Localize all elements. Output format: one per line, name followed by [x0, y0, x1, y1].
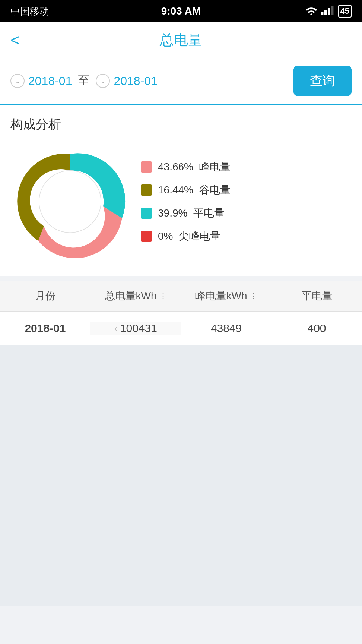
legend-item-sharp-peak: 0% 尖峰电量: [141, 229, 352, 243]
legend-item-flat: 39.9% 平电量: [141, 206, 352, 220]
page-title: 总电量: [160, 31, 202, 50]
table-header: 月份 总电量kWh ⋮ 峰电量kWh ⋮ 平电量: [0, 281, 362, 312]
table-row: 2018-01 ‹ 100431 43849 400: [0, 312, 362, 345]
date-filter-bar: ⌄ 2018-01 至 ⌄ 2018-01 查询: [0, 58, 362, 105]
legend-color-valley: [141, 184, 152, 196]
dots-icon-peak[interactable]: ⋮: [250, 291, 258, 301]
col-header-peak: 峰电量kWh ⋮: [181, 289, 272, 303]
chart-section: 构成分析: [0, 105, 362, 276]
svg-point-0: [310, 13, 312, 15]
cell-month: 2018-01: [0, 322, 90, 335]
legend-text-valley: 16.44% 谷电量: [158, 183, 231, 197]
cell-total: ‹ 100431: [90, 322, 181, 335]
legend-item-peak: 43.66% 峰电量: [141, 160, 352, 174]
col-header-flat: 平电量: [272, 289, 362, 303]
from-date-value[interactable]: 2018-01: [28, 74, 72, 88]
svg-rect-4: [331, 6, 333, 15]
svg-rect-2: [324, 10, 327, 15]
cell-peak: 43849: [181, 322, 272, 335]
donut-chart: [10, 142, 130, 261]
legend-color-flat: [141, 208, 152, 219]
from-date-chevron-icon[interactable]: ⌄: [10, 74, 25, 88]
col-header-total: 总电量kWh ⋮: [90, 289, 181, 303]
svg-rect-3: [328, 8, 330, 15]
to-date-value[interactable]: 2018-01: [114, 74, 157, 88]
status-icons: 45: [305, 5, 352, 18]
query-button[interactable]: 查询: [293, 66, 352, 96]
battery-indicator: 45: [338, 5, 352, 18]
wifi-icon: [305, 6, 317, 17]
battery-level: 45: [340, 6, 349, 16]
data-table: 月份 总电量kWh ⋮ 峰电量kWh ⋮ 平电量 2018-01 ‹ 10043…: [0, 281, 362, 345]
cell-flat: 400: [272, 322, 362, 335]
empty-area: [0, 345, 362, 606]
legend-text-sharp-peak: 0% 尖峰电量: [158, 229, 220, 243]
legend-text-peak: 43.66% 峰电量: [158, 160, 231, 174]
col-header-month: 月份: [0, 289, 90, 303]
carrier-label: 中国移动: [10, 5, 49, 18]
svg-rect-1: [321, 12, 323, 15]
legend-item-valley: 16.44% 谷电量: [141, 183, 352, 197]
svg-point-5: [39, 171, 101, 233]
dots-icon-total[interactable]: ⋮: [159, 291, 167, 301]
nav-bar: < 总电量: [0, 22, 362, 58]
chart-legend: 43.66% 峰电量 16.44% 谷电量 39.9% 平电量: [141, 160, 352, 243]
chart-container: 43.66% 峰电量 16.44% 谷电量 39.9% 平电量: [10, 142, 352, 269]
legend-text-flat: 39.9% 平电量: [158, 206, 225, 220]
legend-color-sharp-peak: [141, 231, 152, 242]
legend-color-peak: [141, 161, 152, 173]
to-date-picker[interactable]: ⌄ 2018-01: [96, 74, 157, 88]
signal-icon: [321, 5, 334, 18]
time-label: 9:03 AM: [161, 5, 201, 17]
to-date-chevron-icon[interactable]: ⌄: [96, 74, 110, 88]
chart-title: 构成分析: [10, 116, 352, 133]
back-button[interactable]: <: [10, 32, 20, 48]
from-date-picker[interactable]: ⌄ 2018-01: [10, 74, 72, 88]
expand-icon[interactable]: ‹: [114, 323, 118, 334]
status-bar: 中国移动 9:03 AM 45: [0, 0, 362, 22]
date-separator: 至: [78, 73, 90, 89]
